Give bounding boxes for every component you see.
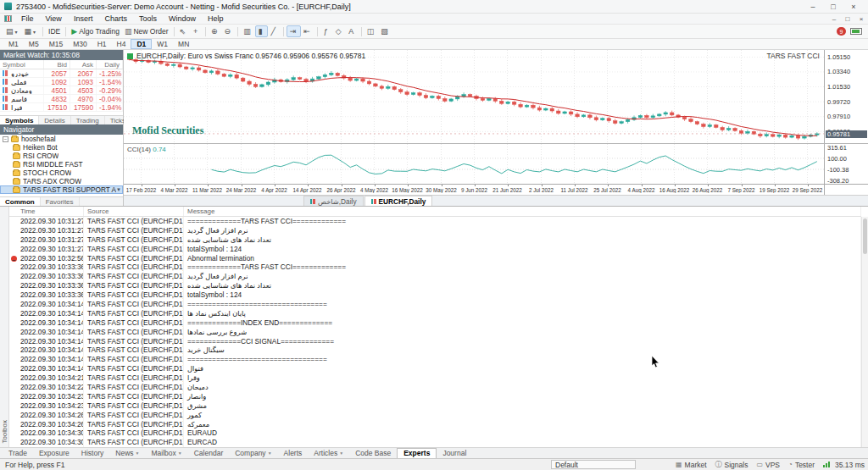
market-row[interactable]: فملي10921093-1.54% [0,78,123,86]
log-scrollbar[interactable] [861,217,868,447]
nav-item-rsi-crow[interactable]: RSI CROW [0,152,123,160]
tab-history[interactable]: History [75,448,109,458]
log-column-message[interactable]: Message [184,207,861,216]
date-axis[interactable]: 17 Feb 20224 Mar 202211 Mar 202224 Mar 2… [124,184,824,195]
timeframe-m15[interactable]: M15 [44,39,69,49]
metaeditor-ide-button[interactable]: IDE [46,25,63,37]
chart-tab-daily[interactable]: شاخص,Daily [303,196,364,206]
log-row[interactable]: 2022.09.30 10:34:30.390TARS FAST CCI (EU… [9,429,861,438]
column-header-ask[interactable]: Ask [70,60,97,69]
log-row[interactable]: 2022.09.30 10:32:56.021−TARS FAST CCI (E… [9,254,861,263]
profile-selector[interactable]: Default [551,460,636,469]
chart-window-icon[interactable] [4,15,12,22]
log-row[interactable]: 2022.09.30 10:34:21.149TARS FAST CCI (EU… [9,373,861,383]
mdi-close-button[interactable]: × [854,14,868,24]
nav-root-hooshefaal[interactable]: −hooshefaal [0,135,123,143]
algo-trading-button[interactable]: ▶Algo Trading [69,25,122,37]
log-row[interactable]: 2022.09.30 10:34:26.810TARS FAST CCI (EU… [9,420,861,429]
tab-favorites[interactable]: Favorites [41,197,80,207]
scrollbar-thumb[interactable] [863,218,867,254]
column-header-bid[interactable]: Bid [44,60,70,69]
menu-file[interactable]: File [15,14,40,23]
minimize-button[interactable]: – [803,1,823,13]
tab-calendar[interactable]: Calendar [188,448,230,458]
cci-indicator-chart[interactable] [124,144,824,184]
crosshair-button[interactable]: + [190,25,203,37]
menu-charts[interactable]: Charts [98,14,133,23]
timeframe-h1[interactable]: H1 [92,39,112,49]
nav-item-stoch-crow[interactable]: STOCH CROW [0,169,123,177]
timeframe-d1[interactable]: D1 [131,39,152,49]
log-row[interactable]: 2022.09.30 10:34:14.600TARS FAST CCI (EU… [9,346,861,355]
log-row[interactable]: 2022.09.30 10:34:14.600TARS FAST CCI (EU… [9,318,861,328]
market-row[interactable]: ومعادن45014503-0.29% [0,86,123,95]
price-chart[interactable] [124,50,824,143]
text-label-button[interactable]: A [346,25,359,37]
indicators-button[interactable]: ƒ [320,25,333,37]
cci-scale[interactable]: 315.61100.00-100.38-308.20 [824,144,868,184]
candles-chart-button[interactable]: ▮ [255,25,268,37]
log-row[interactable]: 2022.09.30 10:34:14.600TARS FAST CCI (EU… [9,337,861,346]
cursor-button[interactable]: ⇖ [177,25,191,37]
log-row[interactable]: 2022.09.30 10:31:27.537TARS FAST CCI (EU… [9,235,861,245]
log-row[interactable]: 2022.09.30 10:34:14.600TARS FAST CCI (EU… [9,309,861,318]
log-row[interactable]: 2022.09.30 10:34:23.839TARS FAST CCI (EU… [9,401,861,411]
market-watch-header[interactable]: Market Watch: 10:35:08 [0,50,123,60]
tab-code-base[interactable]: Code Base [349,448,397,458]
tab-articles[interactable]: Articles▼ [308,448,349,458]
chart-area[interactable]: EURCHF,Daily: Euro vs Swiss Franc 0.9574… [124,50,868,195]
timeframe-mn[interactable]: MN [173,39,194,49]
tab-exposure[interactable]: Exposure [33,448,75,458]
strategy-tester-button[interactable]: ▧ [378,25,392,37]
tab-experts[interactable]: Experts [397,448,437,459]
menu-insert[interactable]: Insert [68,14,99,23]
log-row[interactable]: 2022.09.30 10:31:27.537TARS FAST CCI (EU… [9,226,861,235]
alerts-badge[interactable]: 9 [837,27,846,36]
log-row[interactable]: 2022.09.30 10:34:23.149TARS FAST CCI (EU… [9,392,861,401]
timeframe-m5[interactable]: M5 [24,39,44,49]
nav-item-tars-fast-rsi-support-and[interactable]: TARS FAST RSI SUPPORT AND▼ [0,185,123,194]
log-column-source[interactable]: Source [84,207,184,216]
line-chart-button[interactable]: ╱ [268,25,281,37]
profiles-button[interactable]: ▦▾ [22,25,41,37]
log-row[interactable]: 2022.09.30 10:34:14.600TARS FAST CCI (EU… [9,364,861,373]
log-row[interactable]: 2022.09.30 10:34:30.811TARS FAST CCI (EU… [9,438,861,447]
log-row[interactable]: 2022.09.30 10:34:14.600TARS FAST CCI (EU… [9,355,861,364]
log-row[interactable]: 2022.09.30 10:33:36.257TARS FAST CCI (EU… [9,281,861,290]
tab-symbols[interactable]: Symbols [0,116,39,125]
log-row[interactable]: 2022.09.30 10:33:36.257TARS FAST CCI (EU… [9,263,861,272]
tab-details[interactable]: Details [39,116,70,125]
chart-tab-eurchfdaily[interactable]: EURCHF,Daily [364,196,433,206]
price-scale[interactable]: 1.051501.033401.015300.997200.979100.961… [824,50,868,143]
mdi-restore-button[interactable]: □ [841,14,854,24]
market-row[interactable]: فيرا1751017590-1.94% [0,103,123,112]
tester-status[interactable]: ◔Tester [788,461,815,469]
timeframe-m1[interactable]: M1 [3,39,24,49]
menu-window[interactable]: Window [163,14,202,23]
tab-alerts[interactable]: Alerts [278,448,309,458]
nav-item-rsi-middle-fast[interactable]: RSI MIDDLE FAST [0,160,123,169]
auto-scroll-button[interactable]: ⇥ [287,25,302,37]
mdi-minimize-button[interactable]: – [827,14,841,24]
tab-trade[interactable]: Trade [3,448,33,458]
log-row[interactable]: 2022.09.30 10:31:27.537TARS FAST CCI (EU… [9,245,861,254]
bars-chart-button[interactable]: ▥ [241,25,255,37]
log-row[interactable]: 2022.09.30 10:33:36.257TARS FAST CCI (EU… [9,290,861,300]
timeframe-m30[interactable]: M30 [68,39,92,49]
zoom-in-button[interactable]: ⊕ [209,25,222,37]
column-header-daily[interactable]: Daily ... [97,60,123,69]
new-chart-button[interactable]: ▤▾ [3,25,22,37]
tile-windows-button[interactable]: ◫ [364,25,379,37]
column-header-symbol[interactable]: Symbol [0,60,44,69]
timeframe-w1[interactable]: W1 [152,39,173,49]
market-status[interactable]: ▦Market [676,461,707,469]
log-row[interactable]: 2022.09.30 10:31:27.537TARS FAST CCI (EU… [9,217,861,226]
chart-shift-button[interactable]: ⇤ [301,25,314,37]
menu-tools[interactable]: Tools [133,14,163,23]
tab-mailbox[interactable]: Mailbox▼ [145,448,187,458]
collapse-icon[interactable]: − [3,136,8,142]
market-row[interactable]: قاسم48324970-0.04% [0,95,123,103]
navigator-header[interactable]: Navigator [0,124,123,135]
log-row[interactable]: 2022.09.30 10:34:14.600TARS FAST CCI (EU… [9,328,861,337]
new-order-button[interactable]: ▥New Order [122,25,171,37]
